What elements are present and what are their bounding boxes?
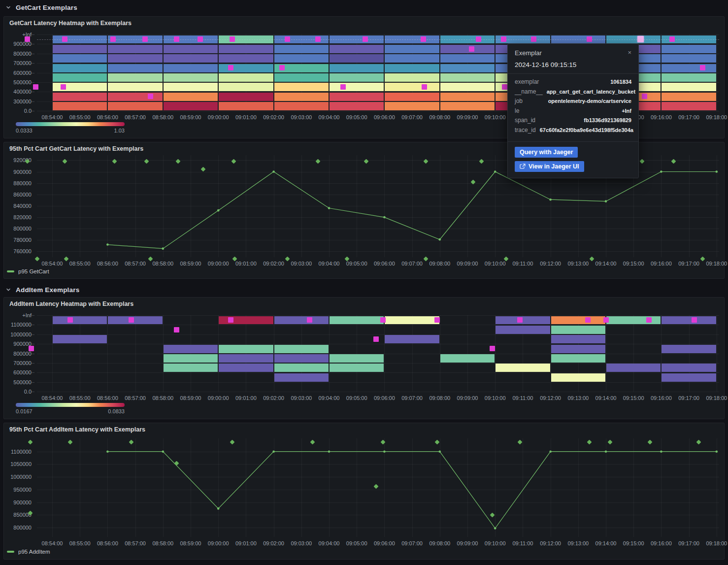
panel-title[interactable]: 95th Pct Cart GetCart Latency with Exemp… [9, 145, 143, 152]
query-with-jaeger-button[interactable]: Query with Jaeger [515, 147, 578, 158]
data-point[interactable] [605, 450, 607, 453]
exemplar-marker[interactable] [198, 36, 203, 42]
exemplar-marker[interactable] [129, 317, 134, 323]
row-header-getcart[interactable]: GetCart Exemplars [0, 1, 728, 14]
data-point[interactable] [217, 507, 220, 510]
legend-item-p95-getcart[interactable]: p95 GetCart [7, 268, 49, 274]
panel-title[interactable]: 95th Pct Cart AddItem Latency with Exemp… [9, 426, 145, 433]
field-key: job [515, 98, 523, 104]
exemplar-marker[interactable] [669, 36, 675, 42]
data-point[interactable] [162, 247, 165, 250]
exemplar-marker[interactable] [603, 317, 609, 323]
exemplar-marker[interactable] [148, 94, 153, 99]
data-point[interactable] [494, 527, 496, 530]
data-point[interactable] [162, 450, 165, 453]
exemplar-marker[interactable] [587, 36, 592, 42]
x-axis-label: 08:59:00 [177, 395, 204, 401]
x-axis-label: 09:17:00 [675, 114, 703, 120]
exemplar-marker[interactable] [33, 84, 38, 90]
exemplar-marker[interactable] [25, 36, 30, 42]
x-axis-label: 09:03:00 [288, 114, 315, 120]
row-header-additem[interactable]: AddItem Exemplars [0, 283, 728, 296]
exemplar-marker[interactable] [422, 84, 427, 90]
exemplar-marker[interactable] [502, 84, 507, 90]
y-axis-tick [31, 73, 34, 73]
exemplar-marker[interactable] [142, 36, 148, 42]
exemplar-marker[interactable] [340, 84, 346, 90]
exemplar-marker[interactable] [421, 36, 426, 42]
data-point[interactable] [439, 238, 441, 241]
data-point[interactable] [716, 450, 718, 453]
exemplar-marker[interactable] [29, 346, 34, 351]
legend-item-p95-additem[interactable]: p95 AddItem [7, 549, 50, 555]
color-scale-min: 0.0333 [16, 128, 33, 133]
exemplar-marker[interactable] [110, 36, 116, 42]
exemplar-marker[interactable] [228, 317, 233, 323]
exemplar-marker[interactable] [61, 84, 66, 90]
data-point[interactable] [660, 170, 662, 173]
exemplar-marker[interactable] [62, 36, 67, 42]
data-point[interactable] [605, 200, 607, 202]
heatmap-cell [662, 83, 716, 91]
exemplar-marker[interactable] [700, 65, 705, 70]
exemplar-marker[interactable] [692, 317, 697, 323]
data-point[interactable] [660, 450, 662, 453]
field-value: app_cart_get_cart_latency_bucket [547, 89, 635, 95]
exemplar-marker-selected[interactable] [637, 36, 644, 42]
y-axis-label: 800000 [0, 51, 32, 57]
data-point[interactable] [383, 216, 386, 219]
exemplar-marker[interactable] [315, 36, 321, 42]
exemplar-marker[interactable] [517, 317, 523, 323]
exemplar-marker[interactable] [279, 65, 285, 70]
button-label: Query with Jaeger [520, 149, 573, 156]
exemplar-marker[interactable] [469, 46, 474, 52]
exemplar-marker[interactable] [230, 36, 235, 42]
y-axis-label: 950000 [0, 487, 32, 493]
panel-title[interactable]: AddItem Latency Heatmap with Exemplars [9, 300, 133, 307]
exemplar-marker[interactable] [434, 317, 440, 323]
x-axis-label: 08:59:00 [177, 540, 204, 546]
series-label: p95 GetCart [18, 268, 49, 274]
exemplar-marker[interactable] [174, 327, 179, 332]
exemplar-marker[interactable] [490, 346, 495, 351]
exemplar-marker[interactable] [174, 36, 179, 42]
data-point[interactable] [716, 170, 718, 173]
exemplar-marker[interactable] [646, 317, 652, 323]
exemplar-marker[interactable] [67, 317, 73, 323]
data-point[interactable] [272, 170, 275, 173]
exemplar-marker[interactable] [285, 36, 290, 42]
data-point[interactable] [549, 450, 552, 453]
exemplar-marker[interactable] [373, 336, 379, 342]
view-in-jaeger-ui-button[interactable]: View in Jaeger UI [515, 161, 584, 172]
data-point[interactable] [217, 209, 220, 212]
exemplar-marker[interactable] [476, 36, 481, 42]
data-point[interactable] [106, 243, 109, 246]
exemplar-marker[interactable] [363, 36, 368, 42]
data-point[interactable] [439, 450, 441, 453]
x-axis-label: 09:18:00 [703, 395, 728, 401]
exemplar-marker[interactable] [531, 36, 536, 42]
data-point[interactable] [383, 450, 386, 453]
exemplar-marker[interactable] [585, 317, 591, 323]
data-point[interactable] [328, 207, 331, 209]
x-axis-label: 09:11:00 [509, 540, 536, 546]
panel-title[interactable]: GetCart Latency Heatmap with Exemplars [9, 20, 132, 27]
data-point[interactable] [106, 450, 109, 453]
data-point[interactable] [494, 170, 496, 173]
exemplar-marker[interactable] [228, 65, 233, 70]
exemplar-marker[interactable] [501, 36, 506, 42]
data-point[interactable] [328, 450, 331, 453]
heatmap-cell [385, 335, 439, 343]
field-key: span_id [515, 117, 535, 124]
exemplar-marker[interactable] [307, 317, 312, 323]
data-point[interactable] [272, 450, 275, 453]
x-axis-label: 09:15:00 [620, 395, 647, 401]
x-axis-label: 09:16:00 [647, 261, 675, 266]
heatmap-cell [53, 73, 107, 82]
exemplar-marker[interactable] [642, 94, 647, 99]
chevron-down-icon [6, 287, 11, 292]
data-point[interactable] [549, 199, 552, 201]
exemplar-marker[interactable] [380, 317, 386, 323]
x-axis-label: 09:08:00 [426, 540, 454, 546]
close-icon[interactable]: × [628, 49, 631, 56]
